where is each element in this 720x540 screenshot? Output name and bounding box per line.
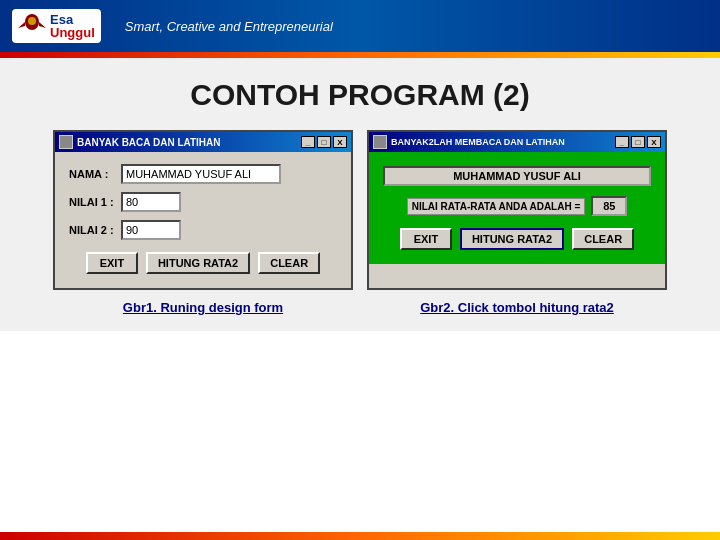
win1-titlebar: BANYAK BACA DAN LATIHAN _ □ X xyxy=(55,132,351,152)
win1-nilai2-label: NILAI 2 : xyxy=(69,224,121,236)
win2-title-icon xyxy=(373,135,387,149)
win1-nilai2-row: NILAI 2 : xyxy=(69,220,337,240)
win1-titlebar-left: BANYAK BACA DAN LATIHAN xyxy=(59,135,221,149)
header-logo: Esa Unggul Smart, Creative and Entrepren… xyxy=(12,9,333,43)
win2-close-btn[interactable]: X xyxy=(647,136,661,148)
bottom-stripe xyxy=(0,532,720,540)
win1-nilai1-row: NILAI 1 : xyxy=(69,192,337,212)
win1-minimize-btn[interactable]: _ xyxy=(301,136,315,148)
win1-close-btn[interactable]: X xyxy=(333,136,347,148)
windows-container: BANYAK BACA DAN LATIHAN _ □ X NAMA : NIL… xyxy=(30,130,690,290)
logo-unggul: Unggul xyxy=(50,26,95,39)
captions-row: Gbr1. Runing design form Gbr2. Click tom… xyxy=(30,300,690,315)
win2-buttons: EXIT HITUNG RATA2 CLEAR xyxy=(383,228,651,250)
win1-nama-input[interactable] xyxy=(121,164,281,184)
win1-clear-button[interactable]: CLEAR xyxy=(258,252,320,274)
win1-body: NAMA : NILAI 1 : NILAI 2 : EXIT HITUNG R… xyxy=(55,152,351,288)
svg-marker-1 xyxy=(18,22,25,28)
win2-result-value: 85 xyxy=(591,196,627,216)
caption2: Gbr2. Click tombol hitung rata2 xyxy=(367,300,667,315)
win1-buttons: EXIT HITUNG RATA2 CLEAR xyxy=(69,252,337,274)
win2-titlebar: BANYAK2LAH MEMBACA DAN LATIHAN _ □ X xyxy=(369,132,665,152)
win2-body: MUHAMMAD YUSUF ALI NILAI RATA-RATA ANDA … xyxy=(369,152,665,264)
win1-nilai1-input[interactable] xyxy=(121,192,181,212)
win2-title-text: BANYAK2LAH MEMBACA DAN LATIHAN xyxy=(391,137,565,147)
header-bar: Esa Unggul Smart, Creative and Entrepren… xyxy=(0,0,720,52)
win2-name-display: MUHAMMAD YUSUF ALI xyxy=(383,166,651,186)
win1-hitung-button[interactable]: HITUNG RATA2 xyxy=(146,252,250,274)
svg-marker-2 xyxy=(39,22,46,28)
win2-result-row: NILAI RATA-RATA ANDA ADALAH = 85 xyxy=(383,196,651,216)
win1-controls[interactable]: _ □ X xyxy=(301,136,347,148)
win2-hitung-button[interactable]: HITUNG RATA2 xyxy=(460,228,564,250)
page-title: CONTOH PROGRAM (2) xyxy=(30,78,690,112)
logo-box: Esa Unggul xyxy=(12,9,101,43)
window1: BANYAK BACA DAN LATIHAN _ □ X NAMA : NIL… xyxy=(53,130,353,290)
window2: BANYAK2LAH MEMBACA DAN LATIHAN _ □ X MUH… xyxy=(367,130,667,290)
win1-nilai1-label: NILAI 1 : xyxy=(69,196,121,208)
win1-title-icon xyxy=(59,135,73,149)
win2-maximize-btn[interactable]: □ xyxy=(631,136,645,148)
win1-title-text: BANYAK BACA DAN LATIHAN xyxy=(77,137,221,148)
win2-minimize-btn[interactable]: _ xyxy=(615,136,629,148)
main-content: CONTOH PROGRAM (2) BANYAK BACA DAN LATIH… xyxy=(0,58,720,331)
eagle-icon xyxy=(18,12,46,40)
win2-result-label: NILAI RATA-RATA ANDA ADALAH = xyxy=(407,198,586,215)
win1-exit-button[interactable]: EXIT xyxy=(86,252,138,274)
win1-nama-row: NAMA : xyxy=(69,164,337,184)
caption1: Gbr1. Runing design form xyxy=(53,300,353,315)
header-tagline: Smart, Creative and Entrepreneurial xyxy=(125,19,333,34)
win2-clear-button[interactable]: CLEAR xyxy=(572,228,634,250)
win2-exit-button[interactable]: EXIT xyxy=(400,228,452,250)
win2-titlebar-left: BANYAK2LAH MEMBACA DAN LATIHAN xyxy=(373,135,565,149)
win2-controls[interactable]: _ □ X xyxy=(615,136,661,148)
svg-point-4 xyxy=(30,18,34,22)
win1-nilai2-input[interactable] xyxy=(121,220,181,240)
win1-maximize-btn[interactable]: □ xyxy=(317,136,331,148)
win1-nama-label: NAMA : xyxy=(69,168,121,180)
